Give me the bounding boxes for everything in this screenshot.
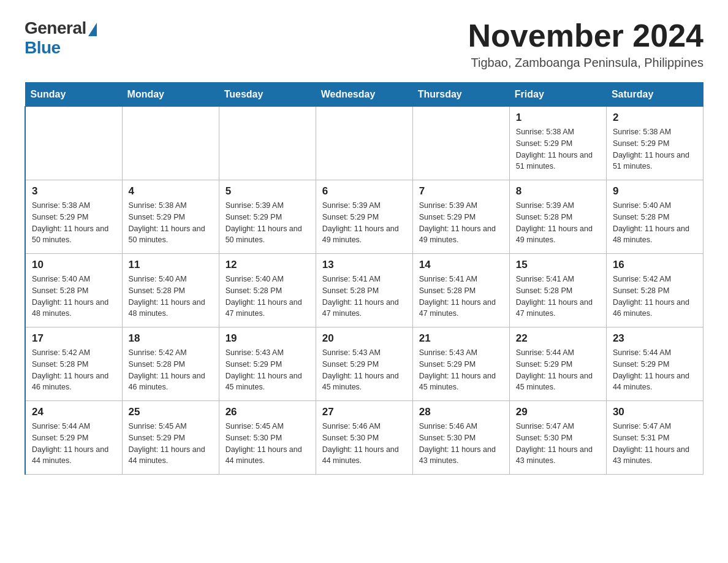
calendar-cell xyxy=(219,107,316,180)
day-number: 24 xyxy=(32,406,116,418)
calendar-cell: 24Sunrise: 5:44 AMSunset: 5:29 PMDayligh… xyxy=(25,401,122,475)
calendar-header-wednesday: Wednesday xyxy=(316,83,412,107)
calendar-cell: 15Sunrise: 5:41 AMSunset: 5:28 PMDayligh… xyxy=(509,254,606,327)
calendar-cell: 22Sunrise: 5:44 AMSunset: 5:29 PMDayligh… xyxy=(509,327,606,401)
day-number: 8 xyxy=(516,185,600,197)
day-number: 4 xyxy=(129,185,213,197)
calendar-cell: 13Sunrise: 5:41 AMSunset: 5:28 PMDayligh… xyxy=(316,254,412,327)
location-text: Tigbao, Zamboanga Peninsula, Philippines xyxy=(468,56,703,70)
day-info: Sunrise: 5:39 AMSunset: 5:28 PMDaylight:… xyxy=(516,200,600,246)
day-info: Sunrise: 5:40 AMSunset: 5:28 PMDaylight:… xyxy=(129,274,213,320)
calendar-cell: 25Sunrise: 5:45 AMSunset: 5:29 PMDayligh… xyxy=(122,401,219,475)
logo-blue-text: Blue xyxy=(25,38,61,58)
logo-triangle-icon xyxy=(88,23,97,36)
day-number: 9 xyxy=(613,185,697,197)
calendar-cell: 17Sunrise: 5:42 AMSunset: 5:28 PMDayligh… xyxy=(25,327,122,401)
calendar-cell: 14Sunrise: 5:41 AMSunset: 5:28 PMDayligh… xyxy=(412,254,509,327)
day-info: Sunrise: 5:43 AMSunset: 5:29 PMDaylight:… xyxy=(419,347,503,393)
calendar-cell: 11Sunrise: 5:40 AMSunset: 5:28 PMDayligh… xyxy=(122,254,219,327)
calendar-cell: 27Sunrise: 5:46 AMSunset: 5:30 PMDayligh… xyxy=(316,401,412,475)
day-info: Sunrise: 5:45 AMSunset: 5:30 PMDaylight:… xyxy=(226,421,309,467)
day-number: 25 xyxy=(129,406,213,418)
day-number: 19 xyxy=(226,332,309,345)
day-info: Sunrise: 5:44 AMSunset: 5:29 PMDaylight:… xyxy=(516,347,600,393)
day-number: 12 xyxy=(226,259,309,271)
day-info: Sunrise: 5:47 AMSunset: 5:30 PMDaylight:… xyxy=(516,421,600,467)
day-number: 7 xyxy=(419,185,503,197)
calendar-week-4: 17Sunrise: 5:42 AMSunset: 5:28 PMDayligh… xyxy=(25,327,703,401)
calendar-header-tuesday: Tuesday xyxy=(219,83,316,107)
day-number: 21 xyxy=(419,332,503,345)
day-info: Sunrise: 5:41 AMSunset: 5:28 PMDaylight:… xyxy=(419,274,503,320)
day-number: 17 xyxy=(32,332,116,345)
calendar-cell: 5Sunrise: 5:39 AMSunset: 5:29 PMDaylight… xyxy=(219,180,316,254)
day-number: 14 xyxy=(419,259,503,271)
calendar-header-friday: Friday xyxy=(509,83,606,107)
day-info: Sunrise: 5:47 AMSunset: 5:31 PMDaylight:… xyxy=(613,421,697,467)
calendar-week-2: 3Sunrise: 5:38 AMSunset: 5:29 PMDaylight… xyxy=(25,180,703,254)
calendar-cell: 2Sunrise: 5:38 AMSunset: 5:29 PMDaylight… xyxy=(606,107,703,180)
day-info: Sunrise: 5:40 AMSunset: 5:28 PMDaylight:… xyxy=(226,274,309,320)
calendar-table: SundayMondayTuesdayWednesdayThursdayFrid… xyxy=(25,82,703,475)
calendar-cell: 20Sunrise: 5:43 AMSunset: 5:29 PMDayligh… xyxy=(316,327,412,401)
calendar-cell: 9Sunrise: 5:40 AMSunset: 5:28 PMDaylight… xyxy=(606,180,703,254)
day-number: 15 xyxy=(516,259,600,271)
calendar-cell: 7Sunrise: 5:39 AMSunset: 5:29 PMDaylight… xyxy=(412,180,509,254)
calendar-cell xyxy=(25,107,122,180)
day-number: 2 xyxy=(613,112,697,124)
day-info: Sunrise: 5:41 AMSunset: 5:28 PMDaylight:… xyxy=(322,274,406,320)
day-number: 27 xyxy=(322,406,406,418)
calendar-week-5: 24Sunrise: 5:44 AMSunset: 5:29 PMDayligh… xyxy=(25,401,703,475)
day-info: Sunrise: 5:46 AMSunset: 5:30 PMDaylight:… xyxy=(322,421,406,467)
day-info: Sunrise: 5:44 AMSunset: 5:29 PMDaylight:… xyxy=(613,347,697,393)
day-number: 18 xyxy=(129,332,213,345)
calendar-cell: 16Sunrise: 5:42 AMSunset: 5:28 PMDayligh… xyxy=(606,254,703,327)
day-number: 1 xyxy=(516,112,600,124)
day-number: 20 xyxy=(322,332,406,345)
calendar-cell: 30Sunrise: 5:47 AMSunset: 5:31 PMDayligh… xyxy=(606,401,703,475)
calendar-header-row: SundayMondayTuesdayWednesdayThursdayFrid… xyxy=(25,83,703,107)
calendar-cell: 28Sunrise: 5:46 AMSunset: 5:30 PMDayligh… xyxy=(412,401,509,475)
day-number: 28 xyxy=(419,406,503,418)
day-number: 13 xyxy=(322,259,406,271)
calendar-cell: 19Sunrise: 5:43 AMSunset: 5:29 PMDayligh… xyxy=(219,327,316,401)
calendar-week-3: 10Sunrise: 5:40 AMSunset: 5:28 PMDayligh… xyxy=(25,254,703,327)
day-info: Sunrise: 5:38 AMSunset: 5:29 PMDaylight:… xyxy=(32,200,116,246)
day-number: 16 xyxy=(613,259,697,271)
day-number: 22 xyxy=(516,332,600,345)
day-info: Sunrise: 5:39 AMSunset: 5:29 PMDaylight:… xyxy=(226,200,309,246)
day-number: 26 xyxy=(226,406,309,418)
day-info: Sunrise: 5:41 AMSunset: 5:28 PMDaylight:… xyxy=(516,274,600,320)
day-number: 11 xyxy=(129,259,213,271)
day-number: 23 xyxy=(613,332,697,345)
calendar-cell: 29Sunrise: 5:47 AMSunset: 5:30 PMDayligh… xyxy=(509,401,606,475)
calendar-cell: 4Sunrise: 5:38 AMSunset: 5:29 PMDaylight… xyxy=(122,180,219,254)
day-number: 3 xyxy=(32,185,116,197)
calendar-header-saturday: Saturday xyxy=(606,83,703,107)
calendar-cell: 21Sunrise: 5:43 AMSunset: 5:29 PMDayligh… xyxy=(412,327,509,401)
calendar-cell xyxy=(122,107,219,180)
calendar-header-sunday: Sunday xyxy=(25,83,122,107)
day-info: Sunrise: 5:39 AMSunset: 5:29 PMDaylight:… xyxy=(322,200,406,246)
day-info: Sunrise: 5:43 AMSunset: 5:29 PMDaylight:… xyxy=(226,347,309,393)
day-number: 10 xyxy=(32,259,116,271)
day-info: Sunrise: 5:42 AMSunset: 5:28 PMDaylight:… xyxy=(32,347,116,393)
calendar-cell: 10Sunrise: 5:40 AMSunset: 5:28 PMDayligh… xyxy=(25,254,122,327)
calendar-header-monday: Monday xyxy=(122,83,219,107)
day-info: Sunrise: 5:45 AMSunset: 5:29 PMDaylight:… xyxy=(129,421,213,467)
calendar-cell: 1Sunrise: 5:38 AMSunset: 5:29 PMDaylight… xyxy=(509,107,606,180)
day-number: 5 xyxy=(226,185,309,197)
day-info: Sunrise: 5:40 AMSunset: 5:28 PMDaylight:… xyxy=(32,274,116,320)
calendar-cell xyxy=(316,107,412,180)
day-info: Sunrise: 5:38 AMSunset: 5:29 PMDaylight:… xyxy=(129,200,213,246)
day-info: Sunrise: 5:44 AMSunset: 5:29 PMDaylight:… xyxy=(32,421,116,467)
calendar-week-1: 1Sunrise: 5:38 AMSunset: 5:29 PMDaylight… xyxy=(25,107,703,180)
calendar-cell: 8Sunrise: 5:39 AMSunset: 5:28 PMDaylight… xyxy=(509,180,606,254)
calendar-cell: 26Sunrise: 5:45 AMSunset: 5:30 PMDayligh… xyxy=(219,401,316,475)
calendar-cell: 6Sunrise: 5:39 AMSunset: 5:29 PMDaylight… xyxy=(316,180,412,254)
logo-general-text: General xyxy=(25,18,86,38)
day-info: Sunrise: 5:43 AMSunset: 5:29 PMDaylight:… xyxy=(322,347,406,393)
calendar-header-thursday: Thursday xyxy=(412,83,509,107)
day-info: Sunrise: 5:42 AMSunset: 5:28 PMDaylight:… xyxy=(613,274,697,320)
page-header: General Blue November 2024 Tigbao, Zambo… xyxy=(25,18,703,70)
